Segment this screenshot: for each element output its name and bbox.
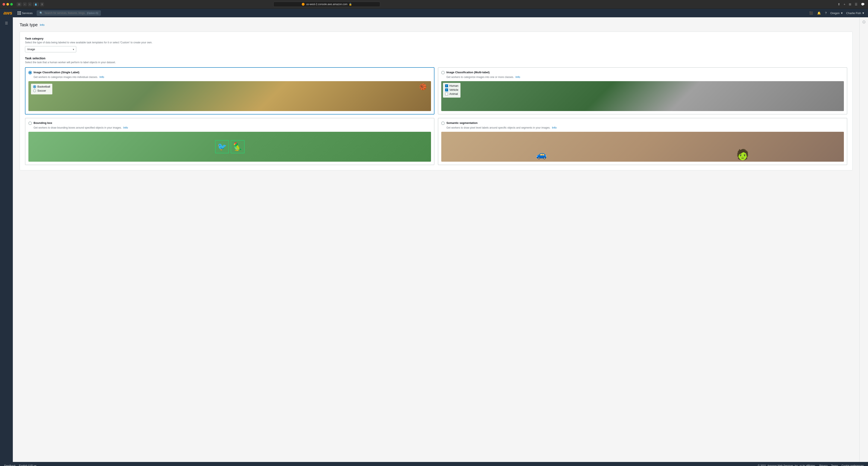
sidebar-toggle-browser[interactable]: ⊟: [17, 2, 22, 6]
browser-actions: ⬆ + ⊞ ☰ 💬: [837, 2, 865, 6]
footer: Feedback English (US) © 2021, Amazon Web…: [0, 462, 868, 466]
region-selector[interactable]: Oregon ▼: [830, 11, 843, 15]
task-bounding-box-title: Bounding box: [34, 121, 52, 125]
task-card-single-label[interactable]: Image Classification (Single Label) Get …: [25, 67, 434, 115]
water-icon[interactable]: 💧: [33, 2, 39, 6]
services-menu-button[interactable]: Services: [16, 10, 34, 15]
search-icon: 🔍: [39, 11, 43, 14]
forward-button[interactable]: ›: [28, 2, 32, 6]
task-category-description: Select the type of data being labeled to…: [25, 41, 847, 44]
task-bounding-box-desc: Get workers to draw bounding boxes aroun…: [34, 126, 431, 130]
task-segmentation-title: Semantic segmentation: [446, 121, 477, 125]
address-text: us-west-2.console.aws.amazon.com: [306, 3, 347, 6]
task-multi-label-title: Image Classification (Multi-label): [446, 71, 490, 74]
task-selection-description: Select the task that a human worker will…: [25, 61, 847, 64]
language-selector[interactable]: English (US): [18, 464, 37, 466]
radio-multi-label: [441, 71, 445, 74]
info-browser-icon[interactable]: ℹ: [40, 2, 44, 6]
task-card-multi-label-header: Image Classification (Multi-label): [441, 71, 844, 74]
task-card-bounding-box[interactable]: Bounding box Get workers to draw boundin…: [25, 118, 434, 165]
chat-icon[interactable]: 💬: [860, 2, 865, 6]
copyright-text: © 2021, Amazon Web Services, Inc. or its…: [758, 464, 816, 466]
traffic-lights: [3, 3, 13, 5]
vehicle-checkbox: [445, 88, 448, 91]
lock-icon: 🔒: [349, 3, 352, 6]
maximize-button[interactable]: [10, 3, 13, 5]
footer-right: © 2021, Amazon Web Services, Inc. or its…: [758, 464, 864, 466]
radio-segmentation: [441, 122, 445, 125]
multi-label-info-link[interactable]: Info: [516, 75, 520, 79]
task-category-section: Task category Select the type of data be…: [20, 32, 852, 170]
terms-link[interactable]: Terms: [831, 464, 838, 466]
bounding-box-preview-image: 🐦 🦜: [28, 132, 431, 162]
basketball-ui-overlay: Basketball Soccer: [31, 84, 52, 94]
bell-icon[interactable]: 🔔: [816, 11, 822, 15]
sidebar: ☰: [0, 17, 13, 462]
bird-2-box: 🦜: [231, 140, 245, 153]
reader-icon[interactable]: ☰: [854, 2, 858, 6]
nav-right: ⬛ 🔔 ? Oregon ▼ Charlie Fish ▼: [809, 11, 865, 15]
new-tab-icon[interactable]: +: [843, 2, 846, 6]
footer-left: Feedback English (US): [4, 464, 37, 466]
task-type-info-link[interactable]: Info: [40, 23, 44, 27]
privacy-link[interactable]: Privacy: [819, 464, 828, 466]
task-card-multi-label[interactable]: Image Classification (Multi-label) Get w…: [438, 67, 847, 115]
bounding-box-info-link[interactable]: Info: [123, 126, 128, 129]
animal-checkbox: [445, 92, 448, 95]
back-button[interactable]: ‹: [23, 2, 27, 6]
right-panel-info-icon[interactable]: ⓘ: [861, 19, 867, 25]
task-card-segmentation-header: Semantic segmentation: [441, 121, 844, 125]
task-category-label: Task category: [25, 37, 847, 40]
person-segment: 🧑: [736, 149, 749, 161]
task-card-bounding-box-header: Bounding box: [28, 121, 431, 125]
sidebar-toggle[interactable]: ☰: [3, 20, 10, 27]
user-menu[interactable]: Charlie Fish ▼: [846, 11, 865, 15]
main-layout: ☰ Task type Info Task category Select th…: [0, 17, 868, 462]
single-label-preview-image: Basketball Soccer: [28, 81, 431, 111]
basketball-radio: [33, 85, 36, 88]
site-icon: 🟠: [302, 3, 305, 6]
content-area: Task type Info Task category Select the …: [13, 17, 860, 462]
task-category-select-wrapper: Image ▼: [25, 46, 76, 52]
cookie-link[interactable]: Cookie preferences: [841, 464, 864, 466]
radio-bounding-box: [28, 122, 32, 125]
task-grid: Image Classification (Single Label) Get …: [25, 67, 847, 165]
page-title: Task type: [20, 23, 38, 27]
human-checkbox: [445, 84, 448, 87]
right-panel: ⓘ: [860, 17, 868, 462]
grid-icon: [18, 11, 21, 15]
feedback-link[interactable]: Feedback: [4, 464, 16, 466]
segmentation-preview-image: 🚗 🧑: [441, 132, 844, 162]
task-card-single-label-header: Image Classification (Single Label): [28, 71, 431, 74]
browser-controls: ⊟ ‹ › 💧 ℹ: [17, 2, 44, 6]
task-multi-label-desc: Get workers to categorize images into on…: [446, 75, 844, 79]
browser-chrome: ⊟ ‹ › 💧 ℹ 🟠 us-west-2.console.aws.amazon…: [0, 0, 868, 9]
search-input[interactable]: [44, 11, 85, 14]
task-single-label-title: Image Classification (Single Label): [34, 71, 80, 74]
close-button[interactable]: [3, 3, 5, 5]
multi-label-preview-image: Human Vehicle Animal: [441, 81, 844, 111]
soccer-radio: [33, 89, 36, 92]
car-segment: 🚗: [536, 150, 547, 159]
bird-1-box: 🐦: [215, 140, 229, 153]
help-icon[interactable]: ?: [825, 11, 828, 15]
search-bar-container[interactable]: 🔍 [Option+S]: [37, 10, 101, 15]
share-icon[interactable]: ⬆: [837, 2, 841, 6]
task-single-label-desc: Get workers to categorize images into in…: [34, 75, 431, 79]
multilabel-ui-overlay: Human Vehicle Animal: [443, 83, 461, 98]
search-shortcut: [Option+S]: [87, 12, 98, 14]
cloud-shell-icon[interactable]: ⬛: [809, 11, 813, 15]
aws-logo: aws: [3, 11, 12, 15]
segmentation-info-link[interactable]: Info: [552, 126, 557, 129]
extensions-icon[interactable]: ⊞: [848, 2, 852, 6]
minimize-button[interactable]: [6, 3, 9, 5]
address-bar[interactable]: 🟠 us-west-2.console.aws.amazon.com 🔒: [273, 2, 380, 7]
task-segmentation-desc: Get workers to draw pixel level labels a…: [446, 126, 844, 130]
task-type-header: Task type Info: [20, 23, 852, 27]
single-label-info-link[interactable]: Info: [99, 75, 104, 79]
task-card-segmentation[interactable]: Semantic segmentation Get workers to dra…: [438, 118, 847, 165]
task-category-select[interactable]: Image: [25, 46, 76, 52]
aws-navbar: aws Services 🔍 [Option+S] ⬛ 🔔 ? Oregon ▼…: [0, 9, 868, 17]
task-selection-label: Task selection: [25, 57, 847, 60]
radio-single-label: [28, 71, 32, 74]
